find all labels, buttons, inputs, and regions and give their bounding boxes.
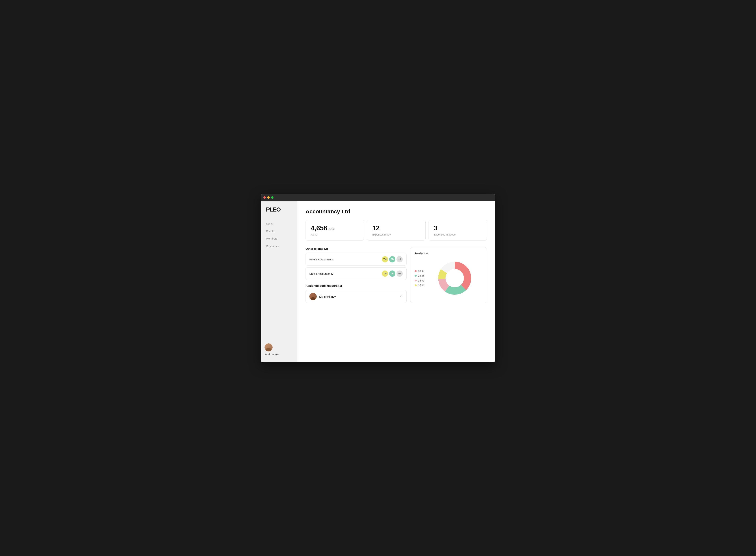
avatar-group: YM JB +8 (382, 271, 403, 277)
stat-value-expenses-queue: 3 (434, 224, 482, 232)
stat-label-balance: Acme (311, 233, 359, 236)
app-window: PLEO Items Clients Members Resources Kri… (261, 194, 495, 362)
stat-value-balance: 4,656 GBP (311, 224, 359, 232)
avatar-more-1: +8 (396, 256, 403, 263)
app-body: PLEO Items Clients Members Resources Kri… (261, 201, 495, 362)
analytics-inner: 38 % 22 % 14 % (415, 258, 482, 298)
legend-item-0: 38 % (415, 270, 424, 273)
user-name: Kristin Wilson (264, 353, 279, 356)
bookkeeper-row: Lily Mckinney ✕ (305, 290, 406, 303)
stat-value-expenses-ready: 12 (372, 224, 420, 232)
legend-item-1: 22 % (415, 274, 424, 277)
legend-dot-1 (415, 275, 417, 277)
avatar-ym-2: YM (382, 271, 388, 277)
left-column: Other clients (2) Future Accountants YM … (305, 247, 406, 303)
stat-card-balance: 4,656 GBP Acme (305, 220, 364, 241)
client-list: Future Accountants YM JB +8 Sam's Accoun… (305, 253, 406, 280)
sidebar-item-members[interactable]: Members (264, 235, 294, 242)
legend-label-2: 14 % (418, 279, 424, 282)
legend-label-1: 22 % (418, 274, 424, 277)
close-button[interactable] (263, 196, 266, 199)
minimize-button[interactable] (267, 196, 269, 199)
avatar (264, 343, 273, 351)
sidebar: PLEO Items Clients Members Resources Kri… (261, 201, 297, 362)
bookkeeper-name: Lily Mckinney (319, 295, 396, 298)
analytics-title: Analytics (415, 252, 482, 255)
two-col-section: Other clients (2) Future Accountants YM … (305, 247, 487, 303)
nav-menu: Items Clients Members Resources (261, 220, 297, 341)
analytics-panel: Analytics 38 % 22 % (410, 247, 487, 303)
donut-hole (445, 269, 464, 287)
avatar-jb-1: JB (389, 256, 395, 263)
legend-dot-3 (415, 284, 417, 286)
avatar-more-2: +8 (396, 271, 403, 277)
main-content: Accountancy Ltd 4,656 GBP Acme 12 Expens… (297, 201, 495, 362)
remove-bookkeeper-button[interactable]: ✕ (399, 294, 403, 299)
bookkeeper-avatar (309, 293, 317, 300)
maximize-button[interactable] (271, 196, 274, 199)
avatar-ym-1: YM (382, 256, 388, 263)
stat-cards: 4,656 GBP Acme 12 Expenses ready 3 Expen… (305, 220, 487, 241)
client-name: Sam's Accountancy (309, 272, 333, 275)
stat-label-expenses-ready: Expenses ready (372, 233, 420, 236)
user-profile[interactable]: Kristin Wilson (261, 341, 297, 358)
legend-label-0: 38 % (418, 270, 424, 273)
legend-dot-2 (415, 280, 417, 281)
legend-item-3: 10 % (415, 284, 424, 287)
donut-chart (427, 258, 482, 298)
sidebar-item-resources[interactable]: Resources (264, 242, 294, 250)
legend-item-2: 14 % (415, 279, 424, 282)
other-clients-title: Other clients (2) (305, 247, 406, 250)
analytics-legend: 38 % 22 % 14 % (415, 270, 424, 287)
stat-card-expenses-ready: 12 Expenses ready (367, 220, 426, 241)
bookkeepers-title: Assigned bookkeepers (1) (305, 284, 406, 287)
client-name: Future Accountants (309, 258, 333, 261)
client-row[interactable]: Sam's Accountancy YM JB +8 (305, 267, 406, 280)
avatar-group: YM JB +8 (382, 256, 403, 263)
client-row[interactable]: Future Accountants YM JB +8 (305, 253, 406, 266)
sidebar-item-items[interactable]: Items (264, 220, 294, 227)
legend-dot-0 (415, 270, 417, 272)
stat-card-expenses-queue: 3 Expenses in queue (429, 220, 487, 241)
stat-label-expenses-queue: Expenses in queue (434, 233, 482, 236)
currency-label: GBP (328, 228, 335, 231)
avatar-jb-2: JB (389, 271, 395, 277)
legend-label-3: 10 % (418, 284, 424, 287)
logo: PLEO (261, 207, 297, 220)
sidebar-item-clients[interactable]: Clients (264, 227, 294, 235)
donut-svg (435, 258, 475, 298)
page-title: Accountancy Ltd (305, 208, 487, 215)
bookkeepers-section: Assigned bookkeepers (1) Lily Mckinney ✕ (305, 284, 406, 303)
titlebar (261, 194, 495, 201)
other-clients-section: Other clients (2) Future Accountants YM … (305, 247, 406, 280)
